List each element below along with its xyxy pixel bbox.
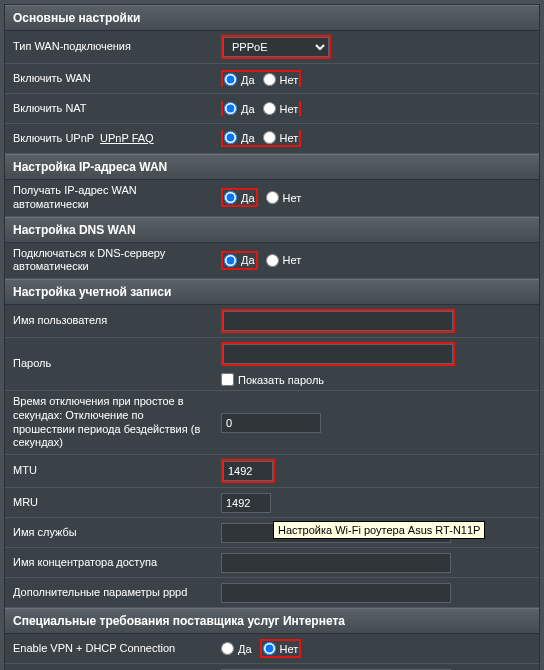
show-password-checkbox[interactable] xyxy=(221,373,234,386)
get-wan-ip-yes[interactable] xyxy=(224,191,237,204)
password-input[interactable] xyxy=(223,344,453,364)
dns-auto-yes[interactable] xyxy=(224,254,237,267)
row-idle: Время отключения при простое в секундах:… xyxy=(5,391,539,455)
row-concentrator: Имя концентратора доступа xyxy=(5,548,539,578)
pppd-extra-input[interactable] xyxy=(221,583,451,603)
label-mtu: MTU xyxy=(5,460,215,482)
row-service: Имя службы Настройка Wi-Fi роутера Asus … xyxy=(5,518,539,548)
label-mru: MRU xyxy=(5,492,215,514)
mru-input[interactable] xyxy=(221,493,271,513)
label-idle: Время отключения при простое в секундах:… xyxy=(5,391,215,454)
upnp-faq-link[interactable]: UPnP FAQ xyxy=(100,132,154,144)
label-wan-type: Тип WAN-подключения xyxy=(5,36,215,58)
row-enable-wan: Включить WAN Да Нет xyxy=(5,64,539,94)
idle-input[interactable] xyxy=(221,413,321,433)
enable-upnp-yes[interactable] xyxy=(224,131,237,144)
row-hostname: Имя хоста xyxy=(5,664,539,670)
label-password: Пароль xyxy=(5,353,215,375)
label-enable-wan: Включить WAN xyxy=(5,68,215,90)
section-account: Настройка учетной записи xyxy=(5,279,539,305)
row-enable-upnp: Включить UPnP UPnP FAQ Да Нет xyxy=(5,124,539,154)
label-pppd-extra: Дополнительные параметры pppd xyxy=(5,582,215,604)
enable-wan-yes[interactable] xyxy=(224,73,237,86)
section-isp: Специальные требования поставщика услуг … xyxy=(5,608,539,634)
enable-nat-yes[interactable] xyxy=(224,102,237,115)
label-dns-auto: Подключаться к DNS-серверу автоматически xyxy=(5,243,215,279)
label-vpn-dhcp: Enable VPN + DHCP Connection xyxy=(5,638,215,660)
wan-type-select[interactable]: PPPoE xyxy=(223,37,329,57)
label-show-password: Показать пароль xyxy=(238,374,324,386)
label-enable-upnp: Включить UPnP UPnP FAQ xyxy=(5,128,215,150)
row-mtu: MTU xyxy=(5,455,539,488)
row-enable-nat: Включить NAT Да Нет xyxy=(5,94,539,124)
label-service: Имя службы xyxy=(5,522,215,544)
dns-auto-no[interactable] xyxy=(266,254,279,267)
section-basic: Основные настройки xyxy=(5,5,539,31)
row-get-wan-ip: Получать IP-адрес WAN автоматически Да Н… xyxy=(5,180,539,217)
tooltip: Настройка Wi-Fi роутера Asus RT-N11P xyxy=(273,521,485,539)
mtu-input[interactable] xyxy=(223,461,273,481)
row-pppd-extra: Дополнительные параметры pppd xyxy=(5,578,539,608)
label-get-wan-ip: Получать IP-адрес WAN автоматически xyxy=(5,180,215,216)
username-input[interactable] xyxy=(223,311,453,331)
label-enable-nat: Включить NAT xyxy=(5,98,215,120)
section-dns: Настройка DNS WAN xyxy=(5,217,539,243)
row-mru: MRU xyxy=(5,488,539,518)
section-wanip: Настройка IP-адреса WAN xyxy=(5,154,539,180)
row-vpn-dhcp: Enable VPN + DHCP Connection Да Нет xyxy=(5,634,539,664)
enable-nat-no[interactable] xyxy=(263,102,276,115)
label-concentrator: Имя концентратора доступа xyxy=(5,552,215,574)
concentrator-input[interactable] xyxy=(221,553,451,573)
enable-wan-no[interactable] xyxy=(263,73,276,86)
row-password: Пароль Показать пароль xyxy=(5,338,539,391)
vpn-dhcp-no[interactable] xyxy=(263,642,276,655)
row-dns-auto: Подключаться к DNS-серверу автоматически… xyxy=(5,243,539,280)
row-wan-type: Тип WAN-подключения PPPoE xyxy=(5,31,539,64)
label-username: Имя пользователя xyxy=(5,310,215,332)
row-username: Имя пользователя xyxy=(5,305,539,338)
enable-upnp-no[interactable] xyxy=(263,131,276,144)
vpn-dhcp-yes[interactable] xyxy=(221,642,234,655)
get-wan-ip-no[interactable] xyxy=(266,191,279,204)
